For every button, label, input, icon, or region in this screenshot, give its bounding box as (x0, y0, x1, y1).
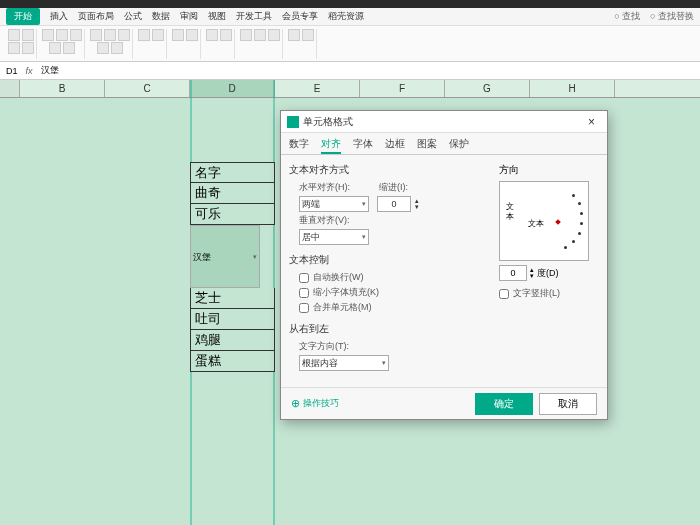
col-c[interactable]: C (105, 80, 190, 97)
cell-d6[interactable]: 吐司 (190, 309, 275, 330)
menu-review[interactable]: 审阅 (180, 10, 198, 23)
percent-icon[interactable] (152, 29, 164, 41)
tab-pattern[interactable]: 图案 (417, 133, 437, 154)
degree-spinner[interactable]: 0 (499, 265, 527, 281)
merge-icon[interactable] (97, 42, 109, 54)
menu-member[interactable]: 会员专享 (282, 10, 318, 23)
orientation-box[interactable]: 文本 文本 (499, 181, 589, 261)
close-icon[interactable]: × (582, 115, 601, 129)
currency-icon[interactable] (138, 29, 150, 41)
insert-icon[interactable] (206, 29, 218, 41)
tab-protection[interactable]: 保护 (449, 133, 469, 154)
copy-icon[interactable] (8, 42, 20, 54)
tips-link[interactable]: 操作技巧 (291, 397, 339, 410)
wrap-icon[interactable] (111, 42, 123, 54)
filter-icon[interactable] (268, 29, 280, 41)
wrap-label: 自动换行(W) (313, 271, 364, 284)
menu-devtools[interactable]: 开发工具 (236, 10, 272, 23)
align-right-icon[interactable] (118, 29, 130, 41)
h-align-select[interactable]: 两端 (299, 196, 369, 212)
bold-icon[interactable] (42, 29, 54, 41)
cell-d5[interactable]: 芝士 (190, 288, 275, 309)
cancel-button[interactable]: 取消 (539, 393, 597, 415)
ribbon-cells (204, 29, 235, 59)
tab-font[interactable]: 字体 (353, 133, 373, 154)
cell-d7[interactable]: 鸡腿 (190, 330, 275, 351)
shrink-checkbox[interactable] (299, 288, 309, 298)
select-all-corner[interactable] (0, 80, 20, 97)
orient-horizontal-text: 文本 (528, 218, 544, 229)
menu-page-layout[interactable]: 页面布局 (78, 10, 114, 23)
underline-icon[interactable] (70, 29, 82, 41)
table-style-icon[interactable] (186, 29, 198, 41)
cell-d8[interactable]: 蛋糕 (190, 351, 275, 372)
dialog-titlebar[interactable]: 单元格格式 × (281, 111, 607, 133)
cond-format-icon[interactable] (172, 29, 184, 41)
spinner-arrows-icon[interactable]: ▴▾ (415, 198, 419, 210)
sum-icon[interactable] (240, 29, 252, 41)
ribbon-editing (238, 29, 283, 59)
dialog-title: 单元格格式 (303, 115, 353, 129)
ribbon-clipboard (6, 29, 37, 59)
col-g[interactable]: G (445, 80, 530, 97)
spinner-arrows-icon[interactable]: ▴▾ (530, 267, 534, 279)
format-painter-icon[interactable] (22, 42, 34, 54)
menu-start[interactable]: 开始 (6, 8, 40, 25)
format-cells-dialog: 单元格格式 × 数字 对齐 字体 边框 图案 保护 文本对齐方式 水平对齐(H)… (280, 110, 608, 420)
cell-d3[interactable]: 可乐 (190, 204, 275, 225)
menubar: 开始 插入 页面布局 公式 数据 审阅 视图 开发工具 会员专享 稻壳资源 ○ … (0, 8, 700, 26)
orient-vertical-text: 文本 (504, 202, 516, 222)
cell-d4-selected[interactable]: 汉堡 (190, 225, 260, 288)
col-d[interactable]: D (190, 80, 275, 97)
col-h[interactable]: H (530, 80, 615, 97)
sort-icon[interactable] (254, 29, 266, 41)
italic-icon[interactable] (56, 29, 68, 41)
vertical-text-checkbox[interactable] (499, 289, 509, 299)
ribbon-number (136, 29, 167, 59)
find-icon[interactable] (288, 29, 300, 41)
align-center-icon[interactable] (104, 29, 116, 41)
ok-button[interactable]: 确定 (475, 393, 533, 415)
ribbon (0, 26, 700, 62)
name-box[interactable]: D1 (6, 66, 18, 76)
wrap-checkbox[interactable] (299, 273, 309, 283)
font-color-icon[interactable] (49, 42, 61, 54)
indent-spinner[interactable]: 0 (377, 196, 411, 212)
cell-d2[interactable]: 曲奇 (190, 183, 275, 204)
align-left-icon[interactable] (90, 29, 102, 41)
h-align-label: 水平对齐(H): (299, 181, 359, 194)
formula-bar: D1 fx 汉堡 (0, 62, 700, 80)
menu-formula[interactable]: 公式 (124, 10, 142, 23)
search-link[interactable]: ○ 查找 (614, 10, 640, 23)
tab-border[interactable]: 边框 (385, 133, 405, 154)
menu-view[interactable]: 视图 (208, 10, 226, 23)
replace-link[interactable]: ○ 查找替换 (650, 10, 694, 23)
paste-icon[interactable] (8, 29, 20, 41)
fill-color-icon[interactable] (63, 42, 75, 54)
menu-resources[interactable]: 稻壳资源 (328, 10, 364, 23)
orient-handle-icon[interactable] (555, 219, 561, 225)
menu-data[interactable]: 数据 (152, 10, 170, 23)
menu-insert[interactable]: 插入 (50, 10, 68, 23)
col-f[interactable]: F (360, 80, 445, 97)
freeze-icon[interactable] (302, 29, 314, 41)
v-align-select[interactable]: 居中 (299, 229, 369, 245)
dialog-icon (287, 116, 299, 128)
tab-number[interactable]: 数字 (289, 133, 309, 154)
col-b[interactable]: B (20, 80, 105, 97)
cut-icon[interactable] (22, 29, 34, 41)
tab-alignment[interactable]: 对齐 (321, 133, 341, 154)
formula-input[interactable]: 汉堡 (41, 64, 59, 77)
merge-checkbox[interactable] (299, 303, 309, 313)
column-headers: B C D E F G H (0, 80, 700, 98)
col-e[interactable]: E (275, 80, 360, 97)
merge-label: 合并单元格(M) (313, 301, 372, 314)
fx-icon[interactable]: fx (26, 66, 33, 76)
v-align-label: 垂直对齐(V): (299, 214, 359, 227)
cell-d1[interactable]: 名字 (190, 162, 275, 183)
dir-select[interactable]: 根据内容 (299, 355, 389, 371)
ribbon-align (88, 29, 133, 59)
ribbon-styles (170, 29, 201, 59)
orientation-arc[interactable]: 文本 (522, 190, 584, 252)
delete-icon[interactable] (220, 29, 232, 41)
